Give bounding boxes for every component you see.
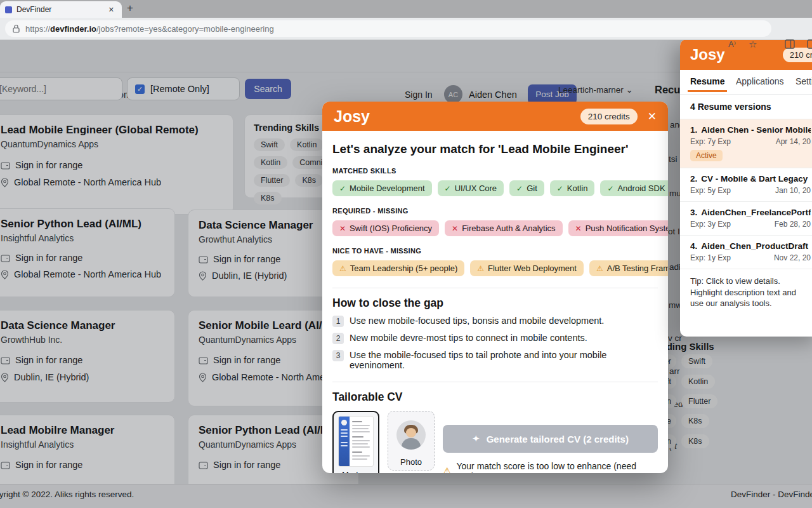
match-analysis-title: Let's analyze your match for 'Lead Mobil… [332, 142, 658, 156]
tab-title: DevFinder [16, 5, 106, 14]
tailorable-cv-title: Tailorable CV [332, 391, 658, 404]
matched-skill-chip: ✓Git [509, 180, 544, 196]
cross-icon: ✕ [452, 224, 458, 233]
browser-menu-icon[interactable] [807, 39, 812, 49]
missing-skill-chip: ✕Push Notification Systems [568, 220, 668, 236]
check-icon: ✓ [557, 184, 563, 193]
warning-icon: ⚠ [477, 264, 484, 273]
screen: DevFinder ✕ + https://devfinder.io/jobs?… [0, 0, 812, 508]
cv-thumbnail [338, 416, 374, 467]
panel-credits-badge: 210 cr [783, 48, 812, 62]
tab-settings[interactable]: Settings [796, 76, 812, 86]
resume-item-date: Feb 28, 20 [775, 220, 811, 229]
josy-analysis-modal: Josy 210 credits ✕ Let's analyze your ma… [322, 102, 668, 473]
resume-item-exp: Exp: 5y Exp [690, 186, 731, 195]
josy-side-panel: Josy 210 cr Resume Applications Settings… [680, 39, 812, 337]
resume-item-number: 3. [690, 208, 697, 217]
required-missing-label: REQUIRED - MISSING [332, 207, 658, 215]
warning-icon: ⚠ [339, 264, 346, 273]
cv-template-modern[interactable]: Modern [332, 411, 379, 473]
url-text: https://devfinder.io/jobs?remote=yes&cat… [25, 24, 274, 34]
photo-avatar [396, 420, 426, 450]
address-bar[interactable]: https://devfinder.io/jobs?remote=yes&cat… [5, 20, 771, 37]
resume-item-exp: Exp: 7y Exp [690, 137, 731, 146]
tab-applications[interactable]: Applications [736, 76, 784, 86]
resume-versions-count: 4 Resume versions [680, 95, 812, 119]
resume-item[interactable]: 4.Aiden_Chen_ProductDraft Exp: 1y ExpNov… [680, 236, 812, 269]
browser-tabstrip: DevFinder ✕ + [0, 0, 812, 18]
cv-template-photo[interactable]: Photo [388, 411, 435, 471]
template-label: Modern [342, 470, 370, 473]
modal-header: Josy 210 credits ✕ [322, 102, 668, 131]
resume-item-exp: Exp: 1y Exp [690, 253, 731, 262]
sidebar-split-icon[interactable] [785, 39, 795, 49]
resume-item-number: 1. [690, 125, 697, 135]
matched-skills-label: MATCHED SKILLS [332, 167, 658, 175]
resume-item[interactable]: 2.CV - Mobile & Dart Legacy Exp: 5y ExpJ… [680, 168, 812, 202]
panel-tip-text: Tip: Click to view details. Highlight de… [680, 269, 812, 316]
step-number: 3 [332, 350, 344, 361]
low-score-warning: ⚠ Your match score is too low to enhance… [443, 461, 658, 473]
resume-item-date: Apr 14, 20 [776, 137, 811, 146]
resume-item-number: 2. [690, 174, 697, 184]
warning-icon: ⚠ [596, 264, 603, 273]
close-icon[interactable]: ✕ [648, 110, 657, 123]
resume-item-number: 4. [690, 241, 697, 251]
template-label: Photo [400, 457, 422, 467]
active-badge: Active [690, 150, 723, 161]
check-icon: ✓ [445, 184, 451, 193]
favorite-star-icon[interactable]: ☆ [749, 39, 757, 50]
sparkle-icon: ✦ [472, 433, 480, 444]
check-icon: ✓ [339, 184, 346, 193]
step-number: 1 [332, 316, 344, 327]
matched-skill-chip: ✓Kotlin [550, 180, 595, 196]
resume-item-title: Aiden Chen - Senior Mobile Lead [701, 125, 811, 135]
resume-item-date: Nov 22, 20 [774, 253, 811, 262]
generate-cv-button[interactable]: ✦ Generate tailored CV (2 credits) [443, 425, 658, 453]
modal-app-name: Josy [334, 107, 580, 126]
cross-icon: ✕ [575, 224, 582, 233]
nice-skill-chip: ⚠Team Leadership (5+ people) [332, 260, 464, 276]
matched-skill-chip: ✓Mobile Development [332, 180, 432, 196]
favicon [5, 6, 12, 13]
warning-icon: ⚠ [443, 465, 451, 473]
gap-step: 3Use the mobile-focused tips to tail pro… [332, 350, 658, 370]
nice-skill-chip: ⚠A/B Testing Frameworks [589, 260, 668, 276]
tab-close-icon[interactable]: ✕ [106, 4, 117, 15]
credits-badge: 210 credits [580, 109, 638, 124]
check-icon: ✓ [516, 184, 523, 193]
nice-to-have-label: NICE TO HAVE - MISSING [332, 247, 658, 255]
resume-item-title: AidenChen_FreelancePortfolio [701, 208, 811, 217]
resume-item-exp: Exp: 3y Exp [690, 220, 731, 229]
tab-resume[interactable]: Resume [690, 76, 724, 86]
lock-icon [13, 24, 20, 33]
check-icon: ✓ [607, 184, 613, 193]
browser-tab[interactable]: DevFinder ✕ [0, 1, 122, 18]
gap-section-title: How to close the gap [332, 297, 658, 310]
new-tab-button[interactable]: + [127, 2, 133, 15]
resume-item[interactable]: 1.Aiden Chen - Senior Mobile Lead Exp: 7… [680, 119, 812, 168]
missing-skill-chip: ✕Swift (IOS) Proficiency [332, 220, 439, 236]
divider [332, 382, 658, 382]
resume-item[interactable]: 3.AidenChen_FreelancePortfolio Exp: 3y E… [680, 202, 812, 236]
matched-skill-chip: ✓Android SDK [600, 180, 668, 196]
nice-skill-chip: ⚠Flutter Web Deployment [470, 260, 584, 276]
missing-skill-chip: ✕Firebase Auth & Analytics [445, 220, 562, 236]
read-aloud-icon[interactable]: A⁾ [728, 39, 736, 49]
cross-icon: ✕ [339, 224, 346, 233]
panel-tabs: Resume Applications Settings [680, 70, 812, 95]
browser-urlbar: https://devfinder.io/jobs?remote=yes&cat… [0, 18, 812, 40]
gap-step: 1Use new mobile-focused tips, bonsis and… [332, 316, 658, 327]
gap-step: 2New mobile devre-most tips to connect i… [332, 333, 658, 344]
matched-skill-chip: ✓UI/UX Core [438, 180, 504, 196]
resume-item-title: CV - Mobile & Dart Legacy [701, 174, 808, 184]
divider [332, 288, 658, 288]
resume-item-title: Aiden_Chen_ProductDraft [701, 241, 808, 251]
resume-item-date: Jan 10, 20 [775, 186, 811, 195]
step-number: 2 [332, 333, 344, 344]
